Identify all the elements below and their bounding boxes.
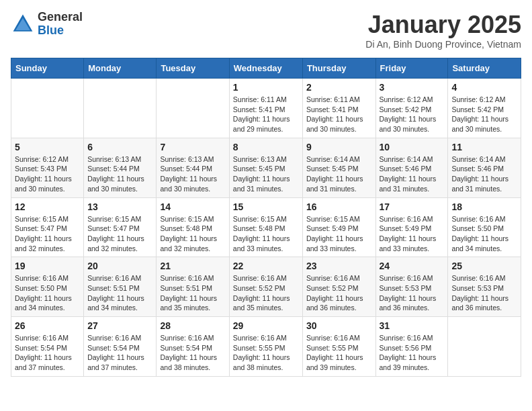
day-number: 22 [233,261,299,271]
calendar-cell: 1Sunrise: 6:11 AM Sunset: 5:41 PM Daylig… [229,79,302,138]
day-of-week-header: Wednesday [229,58,302,79]
day-info: Sunrise: 6:16 AM Sunset: 5:55 PM Dayligh… [233,333,299,373]
logo-icon [11,12,35,36]
day-info: Sunrise: 6:11 AM Sunset: 5:41 PM Dayligh… [233,95,299,134]
day-info: Sunrise: 6:16 AM Sunset: 5:52 PM Dayligh… [306,273,372,313]
day-info: Sunrise: 6:16 AM Sunset: 5:49 PM Dayligh… [380,214,445,254]
day-number: 12 [15,201,80,212]
day-number: 13 [87,201,152,212]
day-info: Sunrise: 6:16 AM Sunset: 5:52 PM Dayligh… [233,273,299,313]
day-number: 21 [160,261,225,271]
calendar-cell: 7Sunrise: 6:13 AM Sunset: 5:44 PM Daylig… [157,138,229,197]
day-info: Sunrise: 6:16 AM Sunset: 5:54 PM Dayligh… [87,333,152,373]
calendar-week-row: 1Sunrise: 6:11 AM Sunset: 5:41 PM Daylig… [11,79,521,138]
day-of-week-header: Sunday [11,58,84,79]
calendar-cell [84,79,157,138]
day-number: 14 [160,201,225,212]
calendar-cell: 27Sunrise: 6:16 AM Sunset: 5:54 PM Dayli… [84,317,157,377]
day-info: Sunrise: 6:14 AM Sunset: 5:46 PM Dayligh… [451,154,517,194]
logo-general-text: General [38,11,83,24]
day-number: 29 [233,320,299,331]
calendar-cell: 17Sunrise: 6:16 AM Sunset: 5:49 PM Dayli… [375,197,448,257]
day-number: 1 [233,82,299,93]
day-number: 30 [306,320,372,331]
day-of-week-header: Monday [84,58,157,79]
logo-text: General Blue [38,11,83,38]
calendar-header: SundayMondayTuesdayWednesdayThursdayFrid… [11,58,521,79]
day-info: Sunrise: 6:16 AM Sunset: 5:51 PM Dayligh… [160,273,225,313]
title-block: January 2025 Di An, Binh Duong Province,… [365,11,521,50]
day-info: Sunrise: 6:12 AM Sunset: 5:42 PM Dayligh… [451,95,517,134]
month-title: January 2025 [365,11,521,39]
day-info: Sunrise: 6:14 AM Sunset: 5:46 PM Dayligh… [380,154,445,194]
day-number: 2 [306,82,372,93]
day-headers-row: SundayMondayTuesdayWednesdayThursdayFrid… [11,58,521,79]
calendar-cell: 18Sunrise: 6:16 AM Sunset: 5:50 PM Dayli… [448,197,521,257]
calendar-body: 1Sunrise: 6:11 AM Sunset: 5:41 PM Daylig… [11,79,521,377]
day-number: 4 [451,82,517,93]
calendar-cell: 22Sunrise: 6:16 AM Sunset: 5:52 PM Dayli… [229,257,302,317]
day-info: Sunrise: 6:13 AM Sunset: 5:45 PM Dayligh… [233,154,299,194]
day-info: Sunrise: 6:16 AM Sunset: 5:50 PM Dayligh… [15,273,80,313]
calendar-cell: 8Sunrise: 6:13 AM Sunset: 5:45 PM Daylig… [229,138,302,197]
calendar-cell: 12Sunrise: 6:15 AM Sunset: 5:47 PM Dayli… [11,197,84,257]
calendar-week-row: 26Sunrise: 6:16 AM Sunset: 5:54 PM Dayli… [11,317,521,377]
day-info: Sunrise: 6:16 AM Sunset: 5:55 PM Dayligh… [306,333,372,373]
calendar-cell: 24Sunrise: 6:16 AM Sunset: 5:53 PM Dayli… [375,257,448,317]
day-number: 3 [380,82,445,93]
day-number: 6 [87,142,152,152]
logo: General Blue [11,11,83,38]
calendar-cell [11,79,84,138]
day-info: Sunrise: 6:16 AM Sunset: 5:54 PM Dayligh… [160,333,225,373]
day-number: 16 [306,201,372,212]
day-number: 28 [160,320,225,331]
day-of-week-header: Thursday [302,58,375,79]
day-info: Sunrise: 6:16 AM Sunset: 5:53 PM Dayligh… [380,273,445,313]
day-info: Sunrise: 6:13 AM Sunset: 5:44 PM Dayligh… [160,154,225,194]
calendar-cell: 31Sunrise: 6:16 AM Sunset: 5:56 PM Dayli… [375,317,448,377]
calendar-cell: 20Sunrise: 6:16 AM Sunset: 5:51 PM Dayli… [84,257,157,317]
day-info: Sunrise: 6:12 AM Sunset: 5:43 PM Dayligh… [15,154,80,194]
calendar-week-row: 5Sunrise: 6:12 AM Sunset: 5:43 PM Daylig… [11,138,521,197]
page-header: General Blue January 2025 Di An, Binh Du… [11,11,521,50]
day-info: Sunrise: 6:16 AM Sunset: 5:53 PM Dayligh… [451,273,517,313]
day-info: Sunrise: 6:12 AM Sunset: 5:42 PM Dayligh… [380,95,445,134]
day-number: 23 [306,261,372,271]
day-number: 9 [306,142,372,152]
calendar-cell: 25Sunrise: 6:16 AM Sunset: 5:53 PM Dayli… [448,257,521,317]
day-info: Sunrise: 6:15 AM Sunset: 5:49 PM Dayligh… [306,214,372,254]
day-number: 18 [451,201,517,212]
calendar-cell: 14Sunrise: 6:15 AM Sunset: 5:48 PM Dayli… [157,197,229,257]
day-number: 8 [233,142,299,152]
day-info: Sunrise: 6:16 AM Sunset: 5:50 PM Dayligh… [451,214,517,254]
day-of-week-header: Saturday [448,58,521,79]
calendar-cell: 28Sunrise: 6:16 AM Sunset: 5:54 PM Dayli… [157,317,229,377]
calendar-cell: 10Sunrise: 6:14 AM Sunset: 5:46 PM Dayli… [375,138,448,197]
calendar-cell: 2Sunrise: 6:11 AM Sunset: 5:41 PM Daylig… [302,79,375,138]
day-number: 31 [380,320,445,331]
calendar-cell: 3Sunrise: 6:12 AM Sunset: 5:42 PM Daylig… [375,79,448,138]
day-of-week-header: Friday [375,58,448,79]
calendar-cell: 11Sunrise: 6:14 AM Sunset: 5:46 PM Dayli… [448,138,521,197]
calendar-cell: 30Sunrise: 6:16 AM Sunset: 5:55 PM Dayli… [302,317,375,377]
calendar-cell [448,317,521,377]
day-info: Sunrise: 6:11 AM Sunset: 5:41 PM Dayligh… [306,95,372,134]
calendar-cell: 29Sunrise: 6:16 AM Sunset: 5:55 PM Dayli… [229,317,302,377]
calendar-week-row: 19Sunrise: 6:16 AM Sunset: 5:50 PM Dayli… [11,257,521,317]
calendar-cell: 21Sunrise: 6:16 AM Sunset: 5:51 PM Dayli… [157,257,229,317]
day-info: Sunrise: 6:15 AM Sunset: 5:47 PM Dayligh… [87,214,152,254]
day-number: 7 [160,142,225,152]
day-info: Sunrise: 6:15 AM Sunset: 5:48 PM Dayligh… [160,214,225,254]
location-title: Di An, Binh Duong Province, Vietnam [365,39,521,50]
day-info: Sunrise: 6:15 AM Sunset: 5:47 PM Dayligh… [15,214,80,254]
day-info: Sunrise: 6:14 AM Sunset: 5:45 PM Dayligh… [306,154,372,194]
day-info: Sunrise: 6:13 AM Sunset: 5:44 PM Dayligh… [87,154,152,194]
calendar-cell: 13Sunrise: 6:15 AM Sunset: 5:47 PM Dayli… [84,197,157,257]
calendar-cell: 19Sunrise: 6:16 AM Sunset: 5:50 PM Dayli… [11,257,84,317]
day-number: 19 [15,261,80,271]
calendar-cell: 23Sunrise: 6:16 AM Sunset: 5:52 PM Dayli… [302,257,375,317]
day-info: Sunrise: 6:16 AM Sunset: 5:54 PM Dayligh… [15,333,80,373]
logo-blue-text: Blue [38,24,83,38]
calendar-cell: 6Sunrise: 6:13 AM Sunset: 5:44 PM Daylig… [84,138,157,197]
day-number: 20 [87,261,152,271]
